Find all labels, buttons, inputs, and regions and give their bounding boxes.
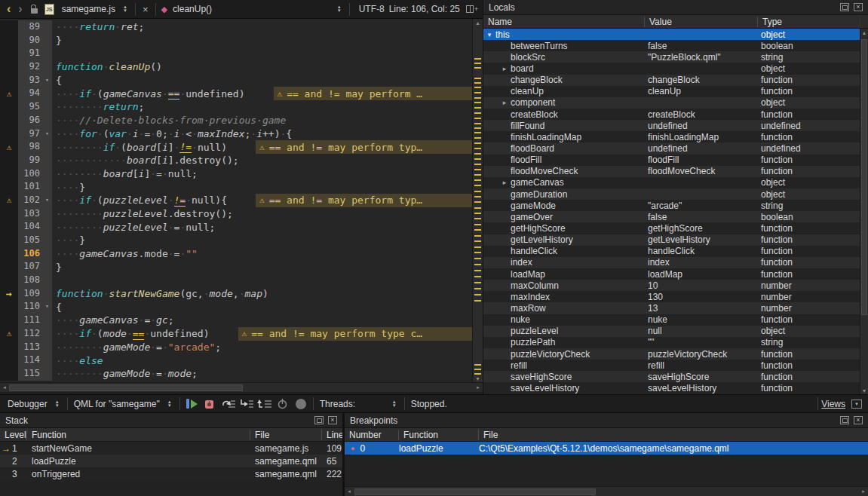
locals-row[interactable]: createBlockcreateBlockfunction	[483, 109, 860, 120]
breakpoint-margin[interactable]	[0, 220, 18, 234]
column-header-number[interactable]: Number	[345, 430, 399, 440]
lock-icon[interactable]	[31, 8, 38, 14]
debug-target-label[interactable]: QML for "samegame"	[71, 399, 163, 409]
locals-row[interactable]: loadMaploadMapfunction	[483, 268, 860, 280]
locals-row[interactable]: ▸gameCanvasobject	[483, 177, 860, 188]
line-number[interactable]: 95	[18, 100, 42, 114]
locals-row[interactable]: cleanUpcleanUpfunction	[483, 86, 860, 97]
breakpoint-margin[interactable]	[0, 20, 18, 34]
locals-row[interactable]: nukenukefunction	[483, 314, 860, 326]
line-number[interactable]: 92	[18, 60, 42, 74]
locals-row[interactable]: ▸componentobject	[483, 97, 860, 109]
views-menu[interactable]: Views ▼	[814, 397, 863, 410]
threads-combo[interactable]: Threads: ▲▼	[317, 399, 401, 409]
locals-row[interactable]: puzzlePath""string	[483, 337, 860, 348]
line-number[interactable]: 109	[18, 287, 42, 301]
breakpoints-horizontal-scrollbar[interactable]: ◂ ▸	[345, 486, 868, 496]
locals-row[interactable]: changeBlockchangeBlockfunction	[483, 75, 860, 86]
locals-row[interactable]: maxColumn10number	[483, 280, 860, 291]
breakpoint-margin[interactable]	[0, 207, 18, 221]
breakpoint-margin[interactable]	[0, 47, 18, 60]
breakpoint-margin[interactable]	[0, 354, 18, 367]
breakpoint-margin[interactable]	[0, 154, 18, 167]
engine-dropdown-icon[interactable]: ▲▼	[55, 400, 60, 408]
locals-row[interactable]: saveHighScoresaveHighScorefunction	[483, 371, 860, 382]
scroll-down-icon[interactable]: ▼	[860, 387, 868, 394]
line-number[interactable]: 110	[18, 300, 42, 314]
execution-pointer-icon[interactable]: →	[0, 287, 18, 301]
breakpoint-row[interactable]: ●0loadPuzzleC:\Qt5\Examples\Qt-5.12.1\de…	[345, 442, 868, 455]
float-panel-icon[interactable]	[840, 416, 849, 424]
line-number[interactable]: 108	[18, 274, 42, 287]
fold-marker-icon[interactable]: ▾	[42, 74, 52, 87]
line-number[interactable]: 94	[18, 87, 42, 100]
breakpoint-margin[interactable]	[0, 34, 18, 47]
views-label[interactable]: Views	[821, 399, 845, 409]
locals-row[interactable]: blockSrc"PuzzleBlock.qml"string	[483, 51, 860, 63]
locals-row[interactable]: indexindexfunction	[483, 257, 860, 268]
step-into-button[interactable]	[238, 396, 256, 412]
step-over-button[interactable]	[219, 396, 238, 412]
breakpoint-margin[interactable]	[0, 247, 18, 261]
views-dropdown-icon[interactable]: ▼	[851, 400, 862, 409]
locals-row[interactable]: gameDurationobject	[483, 188, 860, 200]
breakpoint-margin[interactable]	[0, 341, 18, 354]
scroll-left-icon[interactable]: ◂	[0, 384, 9, 390]
line-number[interactable]: 102	[18, 194, 42, 207]
warning-icon[interactable]: ⚠	[0, 140, 18, 154]
fold-marker-icon[interactable]: ▾	[42, 127, 52, 141]
close-panel-icon[interactable]: ×	[854, 3, 863, 11]
current-symbol-label[interactable]: cleanUp()	[170, 4, 215, 14]
column-header-function[interactable]: Function	[399, 430, 479, 440]
locals-row[interactable]: refillrefillfunction	[483, 360, 860, 371]
breakpoint-margin[interactable]	[0, 167, 18, 181]
close-panel-icon[interactable]: ×	[328, 416, 337, 424]
scroll-up-icon[interactable]: ▲	[860, 29, 868, 36]
locals-row[interactable]: maxRow13number	[483, 302, 860, 314]
symbol-dropdown-icon[interactable]: ▲▼	[337, 5, 342, 13]
warning-icon[interactable]: ⚠	[0, 194, 18, 207]
breakpoint-margin[interactable]	[0, 260, 18, 274]
locals-row[interactable]: floodFillfloodFillfunction	[483, 155, 860, 166]
locals-row[interactable]: finishLoadingMapfinishLoadingMapfunction	[483, 131, 860, 142]
expand-arrow-icon[interactable]: ▸	[498, 179, 511, 186]
line-number[interactable]: 100	[18, 167, 42, 181]
line-number[interactable]: 90	[18, 34, 42, 47]
locals-row[interactable]: ▸boardobject	[483, 63, 860, 74]
breakpoint-margin[interactable]	[0, 367, 18, 381]
file-dropdown-icon[interactable]: ▲▼	[123, 5, 127, 13]
scroll-right-icon[interactable]: ▸	[859, 488, 868, 494]
line-number[interactable]: 101	[18, 180, 42, 194]
scrollbar-thumb[interactable]	[861, 39, 867, 315]
locals-row[interactable]: gameOverfalseboolean	[483, 211, 860, 222]
breakpoint-margin[interactable]	[0, 234, 18, 247]
step-out-button[interactable]	[256, 396, 274, 412]
float-panel-icon[interactable]	[840, 3, 849, 11]
locals-row[interactable]: puzzleLevelnullobject	[483, 326, 860, 337]
threads-dropdown-icon[interactable]: ▲▼	[392, 400, 397, 408]
breakpoint-margin[interactable]	[0, 100, 18, 114]
record-button[interactable]	[292, 396, 310, 412]
scrollbar-thumb[interactable]	[9, 384, 243, 391]
stack-frame-row[interactable]: →1startNewGamesamegame.js109	[0, 442, 342, 455]
open-file-name[interactable]: samegame.js	[59, 4, 118, 14]
locals-row[interactable]: gameMode"arcade"string	[483, 200, 860, 211]
line-number[interactable]: 91	[18, 47, 42, 60]
line-number[interactable]: 112	[18, 327, 42, 341]
locals-row[interactable]: getHighScoregetHighScorefunction	[483, 222, 860, 234]
line-number[interactable]: 105	[18, 234, 42, 247]
breakpoint-margin[interactable]	[0, 274, 18, 287]
line-number[interactable]: 98	[18, 140, 42, 154]
stack-frame-row[interactable]: 3onTriggeredsamegame.qml222	[0, 467, 342, 480]
column-header-type[interactable]: Type	[758, 17, 860, 27]
column-header-level[interactable]: Level	[0, 430, 27, 440]
breakpoint-margin[interactable]	[0, 180, 18, 194]
expand-arrow-icon[interactable]: ▾	[483, 31, 495, 38]
warning-icon[interactable]: ⚠	[0, 87, 18, 100]
line-number[interactable]: 115	[18, 367, 42, 381]
code-lines[interactable]: 89····return·ret;90}9192function·cleanUp…	[0, 19, 472, 382]
line-number[interactable]: 93	[18, 74, 42, 87]
line-number[interactable]: 107	[18, 260, 42, 274]
stop-debug-button[interactable]	[201, 396, 219, 412]
close-document-button[interactable]: ×	[139, 4, 152, 15]
